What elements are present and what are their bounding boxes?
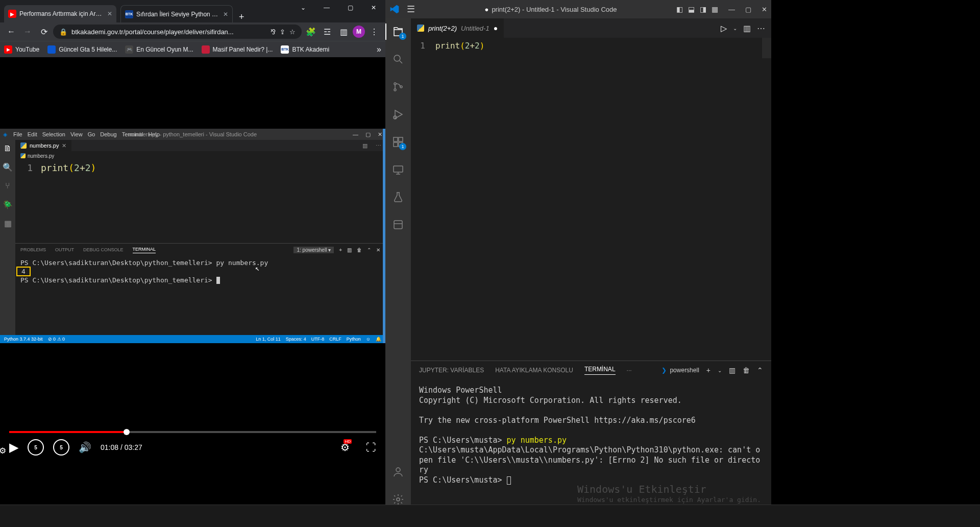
status-position[interactable]: Ln 1, Col 11	[256, 337, 281, 342]
close-icon[interactable]: ✕	[223, 11, 228, 18]
menu-edit[interactable]: Edit	[28, 131, 37, 137]
status-feedback-icon[interactable]: ☺	[366, 337, 371, 342]
rewind-button[interactable]: 5	[28, 439, 44, 456]
maximize-button[interactable]: ▢	[745, 6, 751, 13]
panel-icon[interactable]: ▥	[336, 25, 351, 39]
bookmark-oyun[interactable]: 🎮En Güncel Oyun M...	[125, 45, 193, 54]
volume-icon[interactable]: 🔊	[79, 441, 91, 453]
panel-tab-terminal[interactable]: TERMİNAL	[584, 366, 616, 375]
menu-debug[interactable]: Debug	[100, 131, 116, 137]
files-icon[interactable]: 🗎	[4, 144, 12, 153]
minimize-button[interactable]: —	[728, 6, 735, 13]
split-icon[interactable]: ▥	[358, 142, 372, 149]
status-python[interactable]: Python 3.7.4 32-bit	[4, 337, 43, 342]
bookmarks-overflow[interactable]: »	[377, 45, 381, 54]
layout-panel-icon[interactable]: ⬓	[688, 5, 695, 13]
share-icon[interactable]: ⇪	[280, 28, 285, 36]
minimize-icon[interactable]: —	[353, 131, 358, 138]
split-editor-icon[interactable]: ▥	[743, 23, 751, 33]
reading-list-icon[interactable]: ☲	[320, 25, 334, 39]
terminal-shell-label[interactable]: ❯powershell	[662, 367, 699, 374]
close-button[interactable]: ✕	[362, 0, 385, 15]
run-button[interactable]: ▷	[721, 23, 727, 33]
status-spaces[interactable]: Spaces: 4	[286, 337, 306, 342]
close-icon[interactable]: ✕	[107, 10, 112, 17]
menu-view[interactable]: View	[70, 131, 83, 137]
maximize-button[interactable]: ▢	[338, 0, 362, 15]
status-errors[interactable]: ⊘ 0 ⚠ 0	[48, 337, 65, 342]
bookmark-btk[interactable]: BTKBTK Akademi	[281, 45, 329, 54]
split-terminal-icon[interactable]: ▥	[347, 247, 352, 253]
quality-settings-button[interactable]: ⚙HD	[340, 441, 350, 453]
bookmark-masif[interactable]: Masif Panel Nedir? |...	[202, 45, 273, 54]
new-terminal-icon[interactable]: +	[706, 366, 710, 374]
extensions-icon[interactable]: 🧩	[304, 25, 318, 39]
forward-button[interactable]: 5	[53, 439, 69, 456]
panel-tab-output[interactable]: OUTPUT	[55, 247, 74, 252]
trash-icon[interactable]: 🗑	[743, 366, 750, 374]
maximize-panel-icon[interactable]: ⌃	[757, 366, 763, 374]
status-language[interactable]: Python	[347, 337, 361, 342]
windows-taskbar[interactable]	[0, 505, 980, 527]
layout-sidebar-right-icon[interactable]: ◨	[700, 5, 706, 13]
source-control-icon[interactable]	[391, 80, 405, 94]
run-dropdown-icon[interactable]: ⌄	[733, 26, 737, 31]
profile-avatar[interactable]: M	[353, 26, 365, 38]
account-icon[interactable]	[391, 465, 405, 479]
editor-tab[interactable]: numbers.py ✕	[15, 140, 71, 151]
reload-button[interactable]: ⟳	[37, 25, 51, 39]
panel-tab-terminal[interactable]: TERMINAL	[133, 247, 156, 253]
terminal-selector[interactable]: 1: powershell ▾	[293, 247, 334, 253]
maximize-panel-icon[interactable]: ⌃	[367, 247, 371, 253]
search-icon[interactable]	[391, 52, 405, 66]
url-bar[interactable]: 🔒 btkakademi.gov.tr/portal/course/player…	[53, 25, 302, 39]
code-editor[interactable]: 1 print(2+2)	[411, 38, 771, 361]
close-icon[interactable]: ✕	[378, 131, 382, 138]
search-icon[interactable]: 🔍	[3, 162, 13, 172]
split-terminal-icon[interactable]: ▥	[729, 366, 736, 374]
progress-thumb[interactable]	[124, 429, 130, 435]
testing-icon[interactable]	[391, 190, 405, 204]
forward-button[interactable]: →	[20, 25, 35, 39]
panel-tab-problems[interactable]: PROBLEMS	[20, 247, 46, 252]
new-terminal-icon[interactable]: +	[339, 247, 342, 253]
extensions-icon[interactable]: ▦	[4, 219, 12, 228]
bookmark-youtube[interactable]: ▶YouTube	[4, 45, 39, 54]
menu-icon[interactable]: ☰	[407, 4, 415, 15]
breadcrumb[interactable]: numbers.py	[15, 151, 385, 160]
layout-sidebar-left-icon[interactable]: ◧	[676, 5, 683, 13]
status-encoding[interactable]: UTF-8	[311, 337, 325, 342]
browser-tab-0[interactable]: ▶ Performans Arttırmak için Araç Y... ✕	[4, 5, 116, 22]
panel-more-icon[interactable]: ···	[627, 367, 632, 374]
terminal-body[interactable]: Windows PowerShell Copyright (C) Microso…	[411, 379, 771, 514]
remote-icon[interactable]	[391, 162, 405, 177]
video-settings-icon[interactable]: ⚙	[0, 446, 6, 456]
bookmark-gta[interactable]: Güncel Gta 5 Hilele...	[47, 45, 117, 54]
panel-tab-jupyter[interactable]: JUPYTER: VARİABLES	[419, 367, 484, 374]
menu-selection[interactable]: Selection	[42, 131, 65, 137]
debug-icon[interactable]: 🪲	[3, 200, 13, 209]
minimize-button[interactable]: —	[315, 0, 338, 15]
status-bell-icon[interactable]: 🔔	[376, 337, 381, 342]
source-control-icon[interactable]: ⑂	[5, 181, 10, 190]
panel-tab-debug[interactable]: DEBUG CONSOLE	[83, 247, 124, 252]
progress-bar[interactable]	[9, 431, 376, 433]
close-button[interactable]: ✕	[762, 6, 767, 13]
explorer-icon[interactable]: 1	[391, 25, 405, 39]
minimap[interactable]	[762, 38, 771, 58]
menu-file[interactable]: File	[13, 131, 22, 137]
new-tab-button[interactable]: +	[233, 12, 251, 22]
browser-tab-1[interactable]: BTK Sıfırdan İleri Seviye Python Prog...…	[120, 5, 233, 22]
run-debug-icon[interactable]	[391, 107, 405, 122]
star-icon[interactable]: ☆	[289, 28, 296, 36]
jupyter-icon[interactable]	[391, 218, 405, 232]
editor-tab[interactable]: print(2+2) Untitled-1 ●	[411, 18, 504, 38]
fullscreen-button[interactable]: ⛶	[366, 442, 376, 453]
back-button[interactable]: ←	[4, 25, 18, 39]
more-actions-icon[interactable]: ⋯	[757, 23, 765, 33]
status-eol[interactable]: CRLF	[329, 337, 341, 342]
translate-icon[interactable]: ⅋	[271, 28, 276, 36]
close-icon[interactable]: ✕	[62, 142, 66, 149]
chevron-down-icon[interactable]: ⌄	[291, 0, 315, 15]
layout-customize-icon[interactable]: ▦	[712, 5, 718, 13]
